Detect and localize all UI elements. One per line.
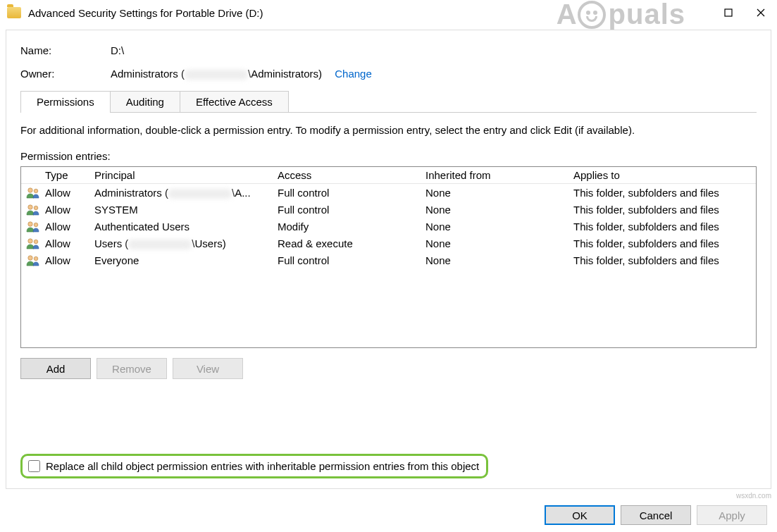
cell-inherited: None — [425, 221, 573, 233]
users-icon — [21, 237, 45, 249]
titlebar: Advanced Security Settings for Portable … — [0, 0, 777, 25]
svg-rect-0 — [725, 9, 732, 16]
cancel-button[interactable]: Cancel — [621, 505, 691, 525]
entries-label: Permission entries: — [20, 150, 757, 162]
owner-row: Owner: Administrators (\Administrators) … — [20, 68, 757, 80]
owner-value: Administrators (\Administrators) Change — [111, 68, 372, 80]
cell-type: Allow — [45, 221, 94, 233]
svg-point-6 — [34, 206, 38, 210]
redacted-text — [185, 70, 248, 80]
window-title: Advanced Security Settings for Portable … — [28, 7, 263, 19]
svg-point-3 — [28, 188, 32, 192]
svg-point-7 — [28, 222, 32, 226]
cell-type: Allow — [45, 204, 94, 216]
cell-type: Allow — [45, 187, 94, 199]
cell-principal: Users (\Users) — [94, 237, 278, 249]
cell-type: Allow — [45, 237, 94, 249]
footer-credit: wsxdn.com — [736, 492, 771, 500]
name-label: Name: — [20, 44, 111, 56]
tab-auditing[interactable]: Auditing — [111, 91, 180, 113]
apply-button: Apply — [697, 505, 767, 525]
col-applies[interactable]: Applies to — [573, 169, 756, 181]
maximize-button[interactable] — [712, 1, 745, 24]
svg-point-12 — [34, 256, 38, 261]
tab-effective-access[interactable]: Effective Access — [180, 91, 289, 113]
svg-point-8 — [34, 223, 38, 227]
cell-applies: This folder, subfolders and files — [573, 187, 756, 199]
cell-access: Full control — [278, 204, 425, 216]
col-access[interactable]: Access — [278, 169, 425, 181]
svg-point-10 — [34, 240, 38, 244]
cell-principal: Authenticated Users — [94, 221, 278, 233]
cell-access: Modify — [278, 221, 425, 233]
table-row[interactable]: AllowSYSTEMFull controlNoneThis folder, … — [21, 201, 756, 218]
users-icon — [21, 254, 45, 266]
add-button[interactable]: Add — [20, 358, 91, 379]
col-type[interactable]: Type — [45, 169, 94, 181]
users-icon — [21, 220, 45, 233]
replace-permissions-row[interactable]: Replace all child object permission entr… — [20, 454, 488, 478]
tab-content: For additional information, double-click… — [20, 113, 757, 379]
permission-table: Type Principal Access Inherited from App… — [20, 166, 757, 348]
view-button: View — [173, 358, 243, 379]
cell-inherited: None — [425, 187, 573, 199]
cell-inherited: None — [425, 204, 573, 216]
cell-applies: This folder, subfolders and files — [573, 204, 756, 216]
watermark-logo: Apuals — [557, 0, 685, 30]
users-icon — [21, 203, 45, 216]
svg-point-11 — [28, 256, 32, 260]
cell-applies: This folder, subfolders and files — [573, 221, 756, 233]
tab-permissions[interactable]: Permissions — [20, 91, 111, 113]
action-row: Add Remove View — [20, 358, 757, 379]
tab-row: Permissions Auditing Effective Access — [20, 91, 757, 113]
ok-button[interactable]: OK — [545, 505, 615, 525]
cell-inherited: None — [425, 254, 573, 266]
replace-permissions-checkbox[interactable] — [28, 460, 40, 472]
cell-access: Read & execute — [278, 237, 425, 249]
cell-type: Allow — [45, 254, 94, 266]
col-principal[interactable]: Principal — [94, 169, 278, 181]
svg-point-9 — [28, 239, 32, 243]
cell-principal: Administrators (\A... — [94, 187, 278, 199]
permissions-hint: For additional information, double-click… — [20, 124, 757, 136]
cell-access: Full control — [278, 187, 425, 199]
table-row[interactable]: AllowUsers (\Users)Read & executeNoneThi… — [21, 235, 756, 252]
remove-button: Remove — [97, 358, 167, 379]
name-row: Name: D:\ — [20, 44, 757, 56]
table-row[interactable]: AllowAdministrators (\A...Full controlNo… — [21, 184, 756, 201]
svg-point-5 — [28, 205, 32, 209]
redacted-text — [168, 189, 232, 199]
table-row[interactable]: AllowEveryoneFull controlNoneThis folder… — [21, 252, 756, 268]
folder-icon — [7, 7, 21, 18]
cell-principal: SYSTEM — [94, 204, 278, 216]
cell-applies: This folder, subfolders and files — [573, 237, 756, 249]
close-button[interactable] — [745, 1, 777, 24]
replace-permissions-label: Replace all child object permission entr… — [46, 460, 479, 472]
redacted-text — [128, 240, 192, 249]
main-panel: Name: D:\ Owner: Administrators (\Admini… — [6, 30, 771, 489]
users-icon — [21, 186, 45, 199]
owner-label: Owner: — [20, 68, 111, 80]
name-value: D:\ — [111, 44, 124, 56]
table-header: Type Principal Access Inherited from App… — [21, 167, 756, 184]
col-inherited[interactable]: Inherited from — [425, 169, 573, 181]
change-owner-link[interactable]: Change — [335, 68, 372, 80]
cell-access: Full control — [278, 254, 425, 266]
svg-point-4 — [34, 189, 38, 193]
cell-principal: Everyone — [94, 254, 278, 266]
table-row[interactable]: AllowAuthenticated UsersModifyNoneThis f… — [21, 218, 756, 235]
dialog-button-row: OK Cancel Apply — [545, 505, 767, 525]
cell-applies: This folder, subfolders and files — [573, 254, 756, 266]
cell-inherited: None — [425, 237, 573, 249]
